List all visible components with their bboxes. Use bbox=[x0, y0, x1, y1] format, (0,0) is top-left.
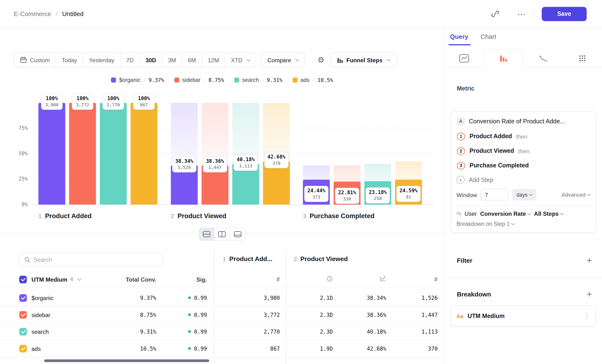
breakdown-on-step-dropdown[interactable]: Breakdown on Step 1 bbox=[456, 217, 514, 228]
legend-item[interactable]: $organic · 9.37% bbox=[111, 77, 164, 83]
step-number-badge: 1 bbox=[456, 132, 465, 141]
row-name: search bbox=[31, 328, 49, 335]
measure-dropdown[interactable]: Conversion Rate bbox=[480, 211, 530, 217]
measure-label: Conversion Rate bbox=[480, 211, 526, 217]
sig-value: 0.99 bbox=[194, 345, 207, 352]
range-yesterday[interactable]: Yesterday bbox=[83, 53, 120, 67]
row-checkbox[interactable] bbox=[19, 345, 27, 352]
tab-query[interactable]: Query bbox=[450, 33, 468, 40]
range-custom[interactable]: Custom bbox=[14, 53, 56, 67]
range-today[interactable]: Today bbox=[56, 53, 83, 67]
conversion-rate-icon[interactable] bbox=[380, 275, 386, 284]
chart-legend: $organic · 9.37% sidebar · 8.75% search … bbox=[0, 77, 444, 83]
range-7d[interactable]: 7D bbox=[120, 53, 140, 67]
save-button[interactable]: Save bbox=[542, 7, 587, 21]
table-row[interactable]: search 9.31% 0.99 2,770 2.3D 40.18% 1,11… bbox=[0, 323, 444, 340]
series-letter-badge: A bbox=[456, 117, 465, 126]
legend-name: $organic bbox=[119, 77, 140, 83]
step-suffix: then bbox=[518, 148, 529, 154]
breakdown-column-header[interactable]: UTM Medium 4 bbox=[31, 276, 80, 283]
advanced-dropdown[interactable]: Advanced bbox=[561, 192, 590, 198]
funnel-step-row[interactable]: 2 Product Viewed then bbox=[456, 144, 590, 158]
active-tab-underline bbox=[449, 44, 471, 45]
step-event-name: Product Added bbox=[470, 133, 512, 140]
query-panel: Query Chart bbox=[445, 28, 602, 364]
chart-display-selector[interactable]: Funnel Steps bbox=[331, 52, 397, 67]
row-checkbox[interactable] bbox=[19, 311, 27, 319]
metric-title: Conversion Rate of Product Adde... bbox=[469, 118, 565, 125]
add-breakdown-button[interactable]: + bbox=[587, 289, 592, 299]
funnel-bar[interactable] bbox=[130, 103, 157, 205]
chart-type-tab-retention[interactable] bbox=[524, 49, 563, 67]
range-6m[interactable]: 6M bbox=[182, 53, 202, 67]
table-row[interactable]: $organic 9.37% 0.99 3,980 2.1D 38.34% 1,… bbox=[0, 289, 444, 307]
chevron-down-icon bbox=[529, 192, 533, 196]
table-row[interactable]: ads 10.5% 0.99 867 1.9D 42.68% 370 bbox=[0, 340, 444, 357]
search-input[interactable] bbox=[34, 256, 158, 263]
breakdown-item[interactable]: Aa UTM Medium ⋮ bbox=[451, 305, 596, 327]
report-title[interactable]: Untitled bbox=[62, 10, 84, 17]
breakdown-property-name: UTM Medium bbox=[468, 312, 505, 320]
split-horizontal-icon bbox=[203, 231, 211, 237]
step-index: 2 bbox=[171, 213, 174, 219]
share-link-button[interactable] bbox=[490, 8, 501, 19]
more-options-button[interactable]: ⋯ bbox=[516, 8, 527, 19]
range-30d[interactable]: 30D bbox=[140, 53, 162, 67]
legend-value: 9.31% bbox=[267, 77, 282, 83]
funnel-bar[interactable] bbox=[69, 103, 96, 205]
range-xtd[interactable]: XTD bbox=[225, 53, 256, 67]
step-index: 3 bbox=[303, 213, 306, 219]
steps-scope-dropdown[interactable]: All Steps bbox=[534, 211, 563, 217]
range-12m[interactable]: 12M bbox=[202, 53, 225, 67]
count-icon[interactable]: # bbox=[276, 276, 280, 283]
layout-split-horizontal-button[interactable] bbox=[199, 228, 214, 240]
row-checkbox[interactable] bbox=[19, 328, 27, 335]
kebab-vertical-icon[interactable]: ⋮ bbox=[584, 312, 590, 320]
table-row[interactable]: sidebar 8.75% 0.99 3,772 2.3D 38.36% 1,4… bbox=[0, 306, 444, 323]
funnel-bar[interactable] bbox=[38, 103, 65, 205]
add-filter-button[interactable]: + bbox=[587, 256, 592, 265]
percent-icon: % bbox=[456, 211, 461, 216]
tab-chart[interactable]: Chart bbox=[481, 33, 496, 40]
sig-value: 0.99 bbox=[194, 311, 207, 318]
chevron-down-icon bbox=[77, 277, 81, 281]
row-checkbox[interactable] bbox=[19, 294, 27, 301]
settings-button[interactable]: ⚙ bbox=[318, 55, 324, 64]
legend-value: 8.75% bbox=[209, 77, 224, 83]
total-conv-value: 10.5% bbox=[140, 345, 156, 352]
insights-icon bbox=[459, 54, 469, 62]
metric-title-row[interactable]: A Conversion Rate of Product Adde... bbox=[456, 116, 590, 129]
funnel-step-row[interactable]: 3 Purchase Completed bbox=[456, 158, 590, 173]
sig-column-header[interactable]: Sig. bbox=[196, 276, 207, 283]
select-all-checkbox[interactable] bbox=[19, 275, 27, 283]
scope-label: All Steps bbox=[534, 211, 559, 217]
chart-type-tab-insights[interactable] bbox=[445, 49, 484, 67]
range-3m[interactable]: 3M bbox=[162, 53, 182, 67]
funnel-step-row[interactable]: 1 Product Added then bbox=[456, 129, 590, 144]
counting-method[interactable]: User bbox=[464, 211, 477, 217]
window-value-input[interactable] bbox=[481, 189, 508, 200]
y-axis-tick: 0% bbox=[8, 202, 28, 208]
bar-value-label: 22.81%330 bbox=[335, 188, 359, 203]
layout-bottom-panel-button[interactable] bbox=[230, 228, 245, 240]
chart-type-tab-funnels[interactable] bbox=[484, 49, 524, 67]
compare-button[interactable]: Compare bbox=[261, 52, 305, 67]
chart-toolbar: Custom Today Yesterday 7D 30D 3M 6M 12M … bbox=[14, 52, 433, 67]
legend-item[interactable]: ads · 10.5% bbox=[292, 77, 333, 83]
chart-type-tab-flows[interactable] bbox=[563, 49, 602, 67]
bar-value-label: 38.34%1,526 bbox=[172, 156, 196, 172]
add-step-button[interactable]: + Add Step bbox=[456, 173, 590, 187]
avg-time-icon[interactable] bbox=[326, 275, 333, 284]
count-icon[interactable]: # bbox=[434, 276, 438, 283]
layout-split-vertical-button[interactable] bbox=[214, 228, 230, 240]
funnel-bar[interactable] bbox=[100, 103, 127, 205]
total-conv-column-header[interactable]: Total Conv. bbox=[126, 276, 156, 283]
header-divider bbox=[535, 9, 535, 19]
breadcrumb-project[interactable]: E-Commerce bbox=[14, 10, 51, 17]
conv-rate-value: 38.34% bbox=[367, 295, 386, 301]
window-unit-dropdown[interactable]: days bbox=[512, 189, 536, 200]
legend-item[interactable]: search · 9.31% bbox=[234, 77, 282, 83]
legend-item[interactable]: sidebar · 8.75% bbox=[174, 77, 224, 83]
conv-rate-value: 38.36% bbox=[367, 311, 386, 318]
horizontal-scrollbar[interactable] bbox=[44, 359, 209, 362]
